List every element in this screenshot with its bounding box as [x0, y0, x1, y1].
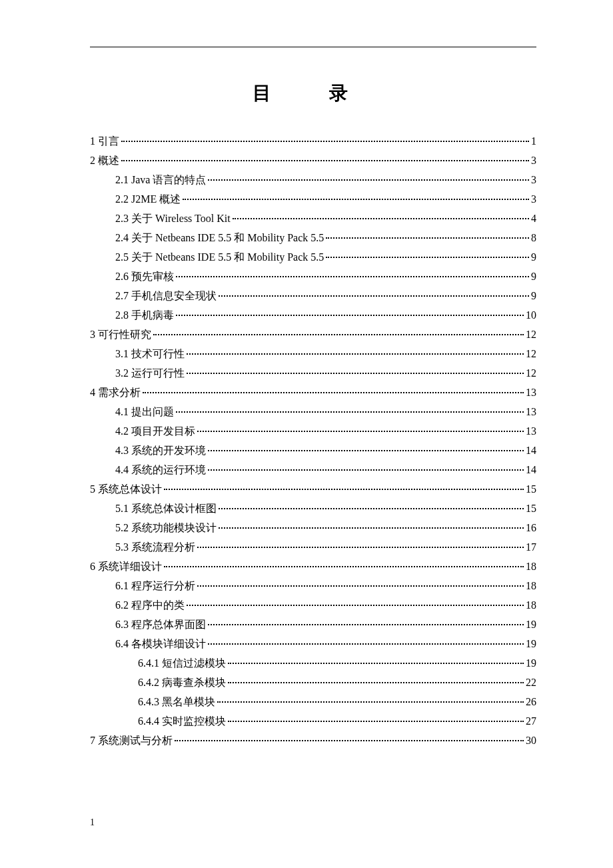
toc-entry: 6.1 程序运行分析18 — [90, 581, 536, 591]
toc-entry-page: 30 — [526, 735, 536, 746]
toc-entry-label: 4.1 提出问题 — [115, 407, 174, 417]
toc-entry-label: 2.2 J2ME 概述 — [115, 194, 181, 205]
toc-leader-dots — [176, 411, 524, 413]
toc-entry-label: 5.1 系统总体设计框图 — [115, 503, 217, 514]
toc-entry-label: 6.4.3 黑名单模块 — [138, 697, 215, 707]
toc-entry-label: 6.3 程序总体界面图 — [115, 619, 206, 630]
toc-leader-dots — [219, 508, 524, 509]
toc-leader-dots — [183, 199, 529, 200]
toc-leader-dots — [208, 643, 524, 645]
toc-leader-dots — [153, 334, 524, 335]
toc-entry-label: 6.4 各模块详细设计 — [115, 639, 206, 649]
toc-entry-label: 2.1 Java 语言的特点 — [115, 175, 206, 185]
toc-leader-dots — [217, 701, 524, 703]
toc-entry-page: 26 — [526, 697, 536, 707]
toc-entry-label: 2 概述 — [90, 155, 119, 166]
toc-entry: 6.4.2 病毒查杀模块22 — [90, 677, 536, 688]
toc-leader-dots — [208, 624, 524, 625]
toc-entry-label: 6.4.4 实时监控模块 — [138, 716, 226, 727]
toc-entry: 4 需求分析13 — [90, 387, 536, 398]
toc-entry: 2.5 关于 Netbeans IDE 5.5 和 Mobility Pack … — [90, 252, 536, 263]
toc-entry: 2.6 预先审核9 — [90, 271, 536, 282]
toc-entry-page: 15 — [526, 503, 536, 514]
toc-entry: 4.2 项目开发目标13 — [90, 426, 536, 437]
toc-entry-page: 15 — [526, 484, 536, 495]
toc-leader-dots — [197, 431, 524, 432]
toc-leader-dots — [208, 450, 524, 451]
toc-leader-dots — [164, 489, 524, 490]
toc-entry: 6.4.1 短信过滤模块19 — [90, 658, 536, 669]
toc-entry-label: 7 系统测试与分析 — [90, 735, 173, 746]
toc-entry: 6.2 程序中的类18 — [90, 600, 536, 611]
toc-leader-dots — [197, 547, 524, 548]
toc-entry-page: 4 — [531, 213, 536, 224]
toc-entry: 2 概述3 — [90, 155, 536, 166]
toc-entry-page: 19 — [526, 619, 536, 630]
toc-entry-page: 3 — [531, 194, 536, 205]
toc-entry-label: 2.8 手机病毒 — [115, 310, 174, 321]
toc-entry-label: 1 引言 — [90, 136, 119, 147]
toc-leader-dots — [176, 315, 524, 316]
toc-entry-page: 3 — [531, 175, 536, 185]
toc-leader-dots — [326, 237, 529, 239]
toc-entry-page: 8 — [531, 233, 536, 243]
toc-entry-label: 2.5 关于 Netbeans IDE 5.5 和 Mobility Pack … — [115, 252, 324, 263]
toc-leader-dots — [228, 663, 524, 664]
toc-entry-page: 18 — [526, 600, 536, 611]
toc-entry-page: 9 — [531, 291, 536, 301]
toc-entry-label: 4 需求分析 — [90, 387, 141, 398]
toc-entry-label: 4.2 项目开发目标 — [115, 426, 195, 437]
toc-entry-label: 6.1 程序运行分析 — [115, 581, 195, 591]
toc-entry: 2.3 关于 Wireless Tool Kit4 — [90, 213, 536, 224]
toc-entry-label: 6.2 程序中的类 — [115, 600, 185, 611]
toc-leader-dots — [187, 605, 524, 606]
toc-entry-label: 5.3 系统流程分析 — [115, 542, 195, 553]
toc-leader-dots — [176, 276, 529, 277]
toc-leader-dots — [228, 682, 524, 683]
toc-entry: 1 引言1 — [90, 136, 536, 147]
toc-entry-label: 5 系统总体设计 — [90, 484, 162, 495]
toc-entry: 2.1 Java 语言的特点3 — [90, 175, 536, 185]
toc-entry-page: 14 — [526, 465, 536, 475]
toc-leader-dots — [208, 179, 529, 181]
page-number: 1 — [90, 817, 95, 828]
toc-entry-page: 17 — [526, 542, 536, 553]
toc-entry: 6 系统详细设计18 — [90, 561, 536, 572]
toc-entry-label: 2.3 关于 Wireless Tool Kit — [115, 213, 231, 224]
toc-leader-dots — [326, 257, 529, 258]
toc-entry: 5.3 系统流程分析17 — [90, 542, 536, 553]
toc-leader-dots — [233, 218, 529, 219]
toc-entry-label: 2.7 手机信息安全现状 — [115, 291, 217, 301]
toc-entry: 6.3 程序总体界面图19 — [90, 619, 536, 630]
toc-entry-label: 6.4.1 短信过滤模块 — [138, 658, 226, 669]
toc-leader-dots — [121, 160, 529, 161]
document-page: 目 录 1 引言12 概述32.1 Java 语言的特点32.2 J2ME 概述… — [0, 0, 613, 795]
toc-leader-dots — [121, 141, 529, 142]
toc-entry-page: 16 — [526, 523, 536, 533]
toc-entry: 4.1 提出问题13 — [90, 407, 536, 417]
toc-entry-page: 12 — [526, 368, 536, 379]
toc-entry-label: 6.4.2 病毒查杀模块 — [138, 677, 226, 688]
toc-entry: 6.4.3 黑名单模块26 — [90, 697, 536, 707]
toc-leader-dots — [143, 392, 524, 393]
toc-entry: 5 系统总体设计15 — [90, 484, 536, 495]
toc-entry-page: 1 — [531, 136, 536, 147]
toc-entry-page: 13 — [526, 426, 536, 437]
toc-entry: 4.3 系统的开发环境14 — [90, 445, 536, 456]
toc-entry: 2.8 手机病毒10 — [90, 310, 536, 321]
toc-entry-page: 9 — [531, 271, 536, 282]
toc-entry-page: 18 — [526, 561, 536, 572]
toc-entry-page: 9 — [531, 252, 536, 263]
toc-entry: 5.1 系统总体设计框图15 — [90, 503, 536, 514]
toc-entry-page: 27 — [526, 716, 536, 727]
toc-entry-page: 10 — [526, 310, 536, 321]
toc-entry-page: 3 — [531, 155, 536, 166]
toc-entry-label: 3.1 技术可行性 — [115, 349, 185, 359]
toc-leader-dots — [187, 353, 524, 355]
toc-entry: 6.4 各模块详细设计19 — [90, 639, 536, 649]
toc-leader-dots — [164, 566, 524, 567]
toc-entry: 2.2 J2ME 概述3 — [90, 194, 536, 205]
toc-entry-label: 3 可行性研究 — [90, 329, 151, 340]
toc-entry-page: 22 — [526, 677, 536, 688]
toc-entry: 2.7 手机信息安全现状9 — [90, 291, 536, 301]
